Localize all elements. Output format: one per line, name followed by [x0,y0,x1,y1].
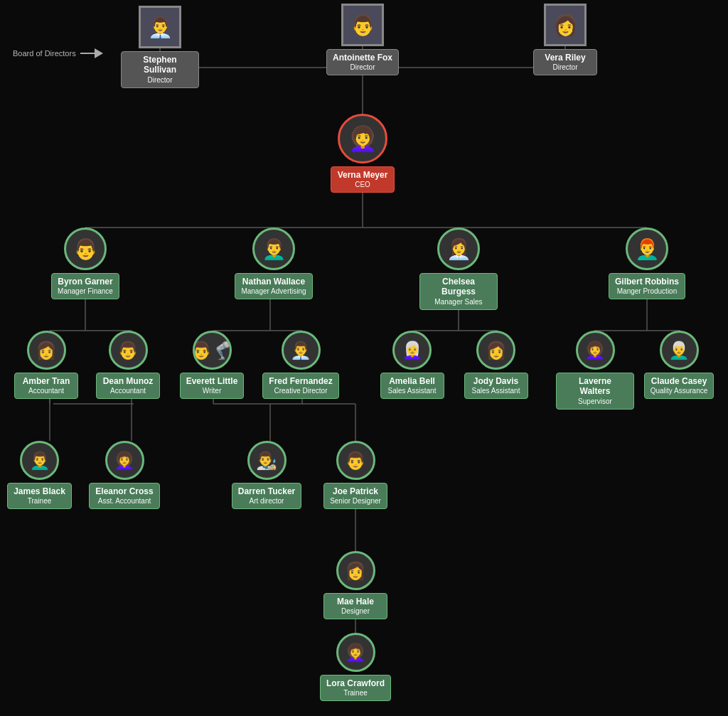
name-chelsea: Chelsea Burgess [426,277,491,297]
label-claude: Claude Casey Quality Assurance [644,373,714,399]
node-chelsea-burgess: 👩‍💼 Chelsea Burgess Manager Sales [419,228,498,310]
name-darren: Darren Tucker [238,486,295,496]
label-mae: Mae Hale Designer [323,593,387,619]
name-laverne: Laverne Walters [562,376,628,397]
label-everett: Everett Little Writer [180,373,245,399]
node-verna-meyer: 👩‍🦱 Verna Meyer CEO [323,114,402,193]
name-james: James Black [14,486,65,496]
avatar-jody: 👩 [476,331,515,370]
avatar-amber: 👩 [27,331,66,370]
avatar-darren: 👨‍🎨 [247,441,287,480]
avatar-everett: 👨‍🦿 [193,331,232,370]
node-joe-patrick: 👨 Joe Patrick Senior Designer [316,441,395,509]
avatar-james: 👨‍🦱 [20,441,59,480]
label-amelia: Amelia Bell Sales Assistant [380,373,444,399]
name-gilbert: Gilbert Robbins [615,277,679,287]
avatar-lora: 👩‍🦱 [336,633,375,672]
node-dean-munoz: 👨 Dean Munoz Accountant [92,331,164,399]
label-nathan: Nathan Wallace Manager Advertising [235,273,312,299]
label-laverne: Laverne Walters Supervisor [556,373,634,410]
label-byron: Byron Garner Manager Finance [51,273,119,299]
node-antoinette-fox: 👨 Antoinette Fox Director [323,4,402,75]
avatar-claude: 👨‍🦳 [660,331,699,370]
node-stephen-sullivan: 👨‍💼 Stephen Sullivan Director [121,6,199,88]
name-claude: Claude Casey [651,376,708,386]
name-verna: Verna Meyer [337,170,388,180]
label-lora: Lora Crawford Trainee [320,675,391,701]
node-nathan-wallace: 👨‍🦱 Nathan Wallace Manager Advertising [235,228,313,299]
role-lora: Trainee [326,688,385,698]
role-everett: Writer [186,386,238,395]
label-gilbert: Gilbert Robbins Manger Production [609,273,685,299]
node-james-black: 👨‍🦱 James Black Trainee [2,441,77,509]
label-chelsea: Chelsea Burgess Manager Sales [419,273,498,310]
role-laverne: Supervisor [562,397,628,406]
node-everett-little: 👨‍🦿 Everett Little Writer [176,331,247,399]
avatar-amelia: 👩‍🦳 [392,331,432,370]
node-gilbert-robbins: 👨‍🦰 Gilbert Robbins Manger Production [608,228,686,299]
avatar-dean: 👨 [109,331,148,370]
name-fred: Fred Fernandez [269,376,332,386]
name-lora: Lora Crawford [326,678,385,688]
node-laverne-walters: 👩‍🦱 Laverne Walters Supervisor [556,331,634,410]
role-fred: Creative Director [269,386,332,395]
label-jody: Jody Davis Sales Assistant [464,373,528,399]
avatar-stephen: 👨‍💼 [139,6,181,48]
label-verna: Verna Meyer CEO [331,166,395,193]
avatar-gilbert: 👨‍🦰 [626,228,668,270]
node-vera-riley: 👩 Vera Riley Director [526,4,604,75]
node-amelia-bell: 👩‍🦳 Amelia Bell Sales Assistant [375,331,449,399]
role-gilbert: Manger Production [615,287,679,296]
label-joe: Joe Patrick Senior Designer [323,483,387,509]
name-eleanor: Eleanor Cross [95,486,153,496]
node-fred-fernandez: 👨‍💼 Fred Fernandez Creative Director [262,331,340,399]
label-eleanor: Eleanor Cross Asst. Accountant [89,483,159,509]
node-lora-crawford: 👩‍🦱 Lora Crawford Trainee [316,633,395,701]
node-mae-hale: 👩 Mae Hale Designer [316,551,395,619]
node-darren-tucker: 👨‍🎨 Darren Tucker Art director [228,441,306,509]
role-claude: Quality Assurance [651,386,708,395]
role-antoinette: Director [333,63,392,72]
node-jody-davis: 👩 Jody Davis Sales Assistant [459,331,533,399]
role-jody: Sales Assistant [471,386,522,395]
role-chelsea: Manager Sales [426,297,491,306]
label-antoinette: Antoinette Fox Director [326,49,399,75]
node-amber-tran: 👩 Amber Tran Accountant [11,331,82,399]
label-fred: Fred Fernandez Creative Director [262,373,338,399]
role-byron: Manager Finance [58,287,113,296]
avatar-fred: 👨‍💼 [282,331,321,370]
name-jody: Jody Davis [471,376,522,386]
role-nathan: Manager Advertising [241,287,306,296]
role-eleanor: Asst. Accountant [95,496,153,506]
avatar-laverne: 👩‍🦱 [576,331,615,370]
label-amber: Amber Tran Accountant [14,373,78,399]
avatar-joe: 👨 [336,441,375,480]
name-stephen: Stephen Sullivan [127,55,193,75]
role-dean: Accountant [102,386,154,395]
label-vera: Vera Riley Director [533,49,597,75]
role-stephen: Director [127,75,193,85]
avatar-verna: 👩‍🦱 [338,114,387,164]
role-james: Trainee [14,496,65,506]
role-amber: Accountant [21,386,72,395]
org-chart: Board of Directors [0,0,728,716]
avatar-byron: 👨 [64,228,107,270]
role-verna: CEO [337,180,388,189]
name-nathan: Nathan Wallace [241,277,306,287]
role-darren: Art director [238,496,295,506]
label-stephen: Stephen Sullivan Director [121,51,199,88]
name-antoinette: Antoinette Fox [333,53,392,63]
name-dean: Dean Munoz [102,376,154,386]
role-amelia: Sales Assistant [387,386,438,395]
label-dean: Dean Munoz Accountant [96,373,160,399]
name-byron: Byron Garner [58,277,113,287]
name-mae: Mae Hale [330,597,381,607]
role-vera: Director [540,63,591,72]
avatar-mae: 👩 [336,551,375,590]
name-everett: Everett Little [186,376,238,386]
node-claude-casey: 👨‍🦳 Claude Casey Quality Assurance [640,331,718,399]
label-darren: Darren Tucker Art director [232,483,301,509]
node-eleanor-cross: 👩‍🦱 Eleanor Cross Asst. Accountant [85,441,164,509]
role-joe: Senior Designer [330,496,381,506]
name-amber: Amber Tran [21,376,72,386]
